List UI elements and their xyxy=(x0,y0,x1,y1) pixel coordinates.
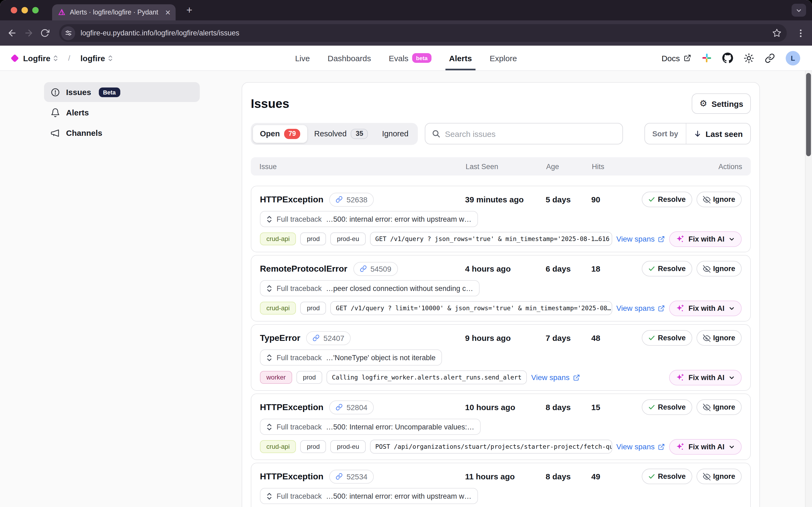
unfold-icon xyxy=(53,54,58,61)
reload-icon[interactable] xyxy=(40,29,49,38)
hits-value: 49 xyxy=(591,472,642,481)
eye-off-icon xyxy=(703,265,710,272)
bookmark-star-icon[interactable] xyxy=(772,29,781,38)
last-seen-value: 39 minutes ago xyxy=(465,195,546,204)
nav-tab-alerts[interactable]: Alerts xyxy=(449,46,472,70)
issue-title: HTTPException xyxy=(260,402,323,412)
browser-menu-icon[interactable] xyxy=(797,29,805,37)
issue-id-chip[interactable]: 52638 xyxy=(329,192,374,207)
issue-id: 52534 xyxy=(346,472,367,481)
tab-open[interactable]: Open 79 xyxy=(253,125,307,143)
issue-id-chip[interactable]: 54509 xyxy=(353,262,398,276)
scrollbar-thumb[interactable] xyxy=(806,73,811,156)
page-scrollbar[interactable] xyxy=(805,71,812,507)
fix-with-ai-button[interactable]: Fix with AI xyxy=(669,370,742,385)
resolve-button[interactable]: Resolve xyxy=(642,192,692,207)
fix-with-ai-button[interactable]: Fix with AI xyxy=(669,231,742,247)
eye-off-icon xyxy=(703,334,710,342)
issue-title: HTTPException xyxy=(260,471,323,481)
logfire-favicon xyxy=(58,9,65,16)
docs-link[interactable]: Docs xyxy=(662,53,691,62)
macos-close-button[interactable] xyxy=(11,7,17,13)
last-seen-value: 4 hours ago xyxy=(465,264,546,273)
macos-window-controls xyxy=(11,7,39,13)
settings-button[interactable]: ⚙ Settings xyxy=(692,94,751,114)
view-spans-link[interactable]: View spans xyxy=(616,442,665,451)
site-settings-icon[interactable] xyxy=(61,26,75,40)
issue-title: RemoteProtocolError xyxy=(260,264,347,274)
sparkle-icon xyxy=(676,443,684,451)
sort-value[interactable]: Last seen xyxy=(686,123,750,144)
project-name: logfire xyxy=(80,53,105,62)
ignore-button[interactable]: Ignore xyxy=(696,330,742,346)
project-selector[interactable]: logfire xyxy=(80,53,112,62)
tab-resolved[interactable]: Resolved 35 xyxy=(307,125,375,143)
resolve-button[interactable]: Resolve xyxy=(642,469,692,484)
view-spans-link[interactable]: View spans xyxy=(616,235,665,243)
nav-tab-dashboards[interactable]: Dashboards xyxy=(328,46,371,70)
tab-close-icon[interactable]: ✕ xyxy=(165,9,171,16)
issue-tags: crud-apiprodprod-eu xyxy=(260,232,366,245)
full-traceback-toggle[interactable]: Full traceback …500: internal error: err… xyxy=(260,488,478,504)
sort-control[interactable]: Sort by Last seen xyxy=(644,123,751,145)
new-tab-button[interactable]: + xyxy=(186,4,192,16)
external-link-icon xyxy=(684,54,691,62)
resolve-button[interactable]: Resolve xyxy=(642,399,692,415)
slack-icon[interactable] xyxy=(702,53,712,63)
org-selector[interactable]: Logfire xyxy=(23,53,58,62)
full-traceback-toggle[interactable]: Full traceback …500: internal error: err… xyxy=(260,211,478,227)
ignore-button[interactable]: Ignore xyxy=(696,261,742,276)
fix-with-ai-button[interactable]: Fix with AI xyxy=(669,300,742,316)
sidebar-item-channels[interactable]: Channels xyxy=(44,123,200,143)
browser-toolbar: logfire-eu.pydantic.info/logfire/logfire… xyxy=(0,20,812,46)
full-traceback-toggle[interactable]: Full traceback …peer closed connection w… xyxy=(260,280,480,296)
ignore-button[interactable]: Ignore xyxy=(696,469,742,484)
theme-sun-icon[interactable] xyxy=(744,53,754,63)
sparkle-icon xyxy=(676,304,684,312)
bell-icon xyxy=(51,108,60,117)
sidebar-item-alerts[interactable]: Alerts xyxy=(44,103,200,122)
issue-id-chip[interactable]: 52804 xyxy=(329,400,374,414)
resolve-button[interactable]: Resolve xyxy=(642,330,692,346)
tab-search-button[interactable] xyxy=(792,4,806,17)
address-bar[interactable]: logfire-eu.pydantic.info/logfire/logfire… xyxy=(59,24,787,42)
issue-id-chip[interactable]: 52407 xyxy=(306,331,351,345)
full-traceback-toggle[interactable]: Full traceback …'NoneType' object is not… xyxy=(260,349,442,365)
check-icon xyxy=(648,196,655,203)
tab-ignored[interactable]: Ignored xyxy=(375,126,416,142)
full-traceback-toggle[interactable]: Full traceback …500: Internal error: Unc… xyxy=(260,419,481,435)
browser-tab[interactable]: Alerts · logfire/logfire · Pydant ✕ xyxy=(52,4,176,20)
search-icon xyxy=(432,129,440,138)
github-icon[interactable] xyxy=(722,53,733,63)
share-link-icon[interactable] xyxy=(765,53,775,63)
nav-tab-explore[interactable]: Explore xyxy=(489,46,517,70)
macos-zoom-button[interactable] xyxy=(32,7,39,13)
nav-tab-live[interactable]: Live xyxy=(295,46,310,70)
issue-id: 52804 xyxy=(346,403,367,411)
traceback-message: …'NoneType' object is not iterable xyxy=(326,353,436,361)
hits-value: 15 xyxy=(591,403,642,412)
ignore-button[interactable]: Ignore xyxy=(696,399,742,415)
span-code: POST /api/organizations/stuart/projects/… xyxy=(370,440,612,454)
external-link-icon xyxy=(658,304,665,312)
macos-minimize-button[interactable] xyxy=(21,7,28,13)
nav-tab-evals[interactable]: Evalsbeta xyxy=(389,46,432,70)
open-count-badge: 79 xyxy=(284,128,300,139)
view-spans-link[interactable]: View spans xyxy=(616,304,665,313)
chevron-down-icon xyxy=(729,305,735,311)
back-icon[interactable] xyxy=(7,28,17,38)
view-spans-link[interactable]: View spans xyxy=(531,373,580,382)
search-input[interactable] xyxy=(445,129,616,138)
resolve-button[interactable]: Resolve xyxy=(642,261,692,276)
search-box[interactable] xyxy=(425,123,623,145)
sidebar-item-label: Issues xyxy=(66,88,91,97)
issue-row: TypeError 52407 9 hours ago 7 days 48 Re… xyxy=(251,324,751,391)
user-avatar[interactable]: L xyxy=(786,51,800,65)
sort-by-label: Sort by xyxy=(645,123,686,144)
issue-id-chip[interactable]: 52534 xyxy=(329,469,374,484)
forward-icon[interactable] xyxy=(23,28,34,38)
sidebar-item-issues[interactable]: Issues Beta xyxy=(44,82,200,102)
fix-with-ai-button[interactable]: Fix with AI xyxy=(669,439,742,454)
unfold-vertical-icon xyxy=(266,353,272,361)
ignore-button[interactable]: Ignore xyxy=(696,192,742,207)
